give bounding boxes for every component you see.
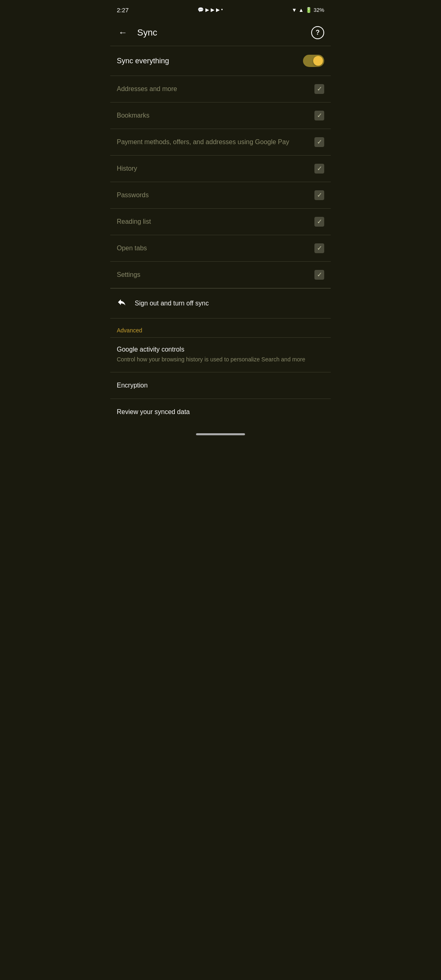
back-button[interactable]: ← — [117, 26, 129, 40]
status-time: 2:27 — [117, 7, 129, 13]
help-button[interactable]: ? — [311, 26, 324, 39]
youtube-icon-2: ▶ — [211, 7, 214, 13]
checkbox-row-addresses[interactable]: Addresses and more✓ — [110, 76, 331, 102]
bottom-bar — [110, 428, 331, 439]
signout-label: Sign out and turn off sync — [135, 300, 209, 307]
checkbox-label-history: History — [117, 165, 314, 173]
checkbox-check-open-tabs: ✓ — [317, 245, 322, 252]
encryption-label: Encryption — [117, 382, 148, 389]
advanced-section-header: Advanced — [110, 318, 331, 337]
battery-icon: 🔋 — [305, 7, 312, 13]
checkbox-label-passwords: Passwords — [117, 191, 314, 200]
checkbox-history[interactable]: ✓ — [314, 164, 324, 174]
checkbox-payment[interactable]: ✓ — [314, 137, 324, 147]
checkbox-bookmarks[interactable]: ✓ — [314, 111, 324, 120]
checkbox-passwords[interactable]: ✓ — [314, 190, 324, 200]
google-activity-row[interactable]: Google activity controls Control how you… — [110, 338, 331, 372]
checkbox-row-payment[interactable]: Payment methods, offers, and addresses u… — [110, 129, 331, 155]
checkbox-label-bookmarks: Bookmarks — [117, 111, 314, 120]
checkbox-row-reading-list[interactable]: Reading list✓ — [110, 209, 331, 235]
sync-everything-toggle[interactable] — [303, 55, 324, 67]
checkbox-row-open-tabs[interactable]: Open tabs✓ — [110, 235, 331, 261]
youtube-icon-3: ▶ — [216, 7, 220, 13]
checkbox-row-passwords[interactable]: Passwords✓ — [110, 182, 331, 208]
checkbox-label-payment: Payment methods, offers, and addresses u… — [117, 138, 314, 147]
checkbox-row-history[interactable]: History✓ — [110, 156, 331, 182]
checkbox-row-bookmarks[interactable]: Bookmarks✓ — [110, 102, 331, 129]
checkbox-reading-list[interactable]: ✓ — [314, 217, 324, 227]
toggle-thumb — [313, 56, 323, 66]
checkbox-check-settings: ✓ — [317, 272, 322, 278]
wifi-icon: ▼ — [292, 7, 297, 13]
sync-items-list: Addresses and more✓Bookmarks✓Payment met… — [110, 76, 331, 288]
checkbox-check-addresses: ✓ — [317, 86, 322, 92]
header: ← Sync ? — [110, 20, 331, 46]
checkbox-check-bookmarks: ✓ — [317, 112, 322, 119]
checkbox-label-addresses: Addresses and more — [117, 85, 314, 94]
whatsapp-icon: 💬 — [198, 7, 204, 13]
sync-everything-label: Sync everything — [117, 57, 169, 65]
status-system-icons: ▼ ▲ 🔋 32% — [292, 7, 324, 13]
checkbox-label-settings: Settings — [117, 271, 314, 279]
dot-icon: • — [221, 7, 223, 13]
advanced-label: Advanced — [117, 327, 142, 334]
google-activity-title: Google activity controls — [117, 346, 324, 353]
google-activity-desc: Control how your browsing history is use… — [117, 356, 324, 364]
sync-everything-row[interactable]: Sync everything — [110, 46, 331, 76]
signout-row[interactable]: Sign out and turn off sync — [110, 289, 331, 318]
checkbox-label-open-tabs: Open tabs — [117, 244, 314, 253]
checkbox-check-passwords: ✓ — [317, 192, 322, 198]
review-synced-data-label: Review your synced data — [117, 408, 190, 416]
youtube-icon-1: ▶ — [205, 7, 209, 13]
checkbox-addresses[interactable]: ✓ — [314, 84, 324, 94]
battery-level: 32% — [314, 7, 324, 13]
checkbox-check-payment: ✓ — [317, 139, 322, 145]
status-notification-icons: 💬 ▶ ▶ ▶ • — [198, 7, 223, 13]
signal-icon: ▲ — [298, 7, 304, 13]
checkbox-row-settings[interactable]: Settings✓ — [110, 262, 331, 288]
status-bar: 2:27 💬 ▶ ▶ ▶ • ▼ ▲ 🔋 32% — [110, 0, 331, 20]
page-title: Sync — [137, 27, 157, 38]
home-indicator — [196, 433, 245, 435]
signout-icon — [117, 297, 127, 310]
checkbox-open-tabs[interactable]: ✓ — [314, 243, 324, 253]
encryption-row[interactable]: Encryption — [110, 372, 331, 399]
review-synced-data-row[interactable]: Review your synced data — [110, 399, 331, 425]
checkbox-check-history: ✓ — [317, 165, 322, 172]
checkbox-label-reading-list: Reading list — [117, 218, 314, 226]
header-left: ← Sync — [117, 26, 157, 40]
checkbox-check-reading-list: ✓ — [317, 218, 322, 225]
checkbox-settings[interactable]: ✓ — [314, 270, 324, 280]
